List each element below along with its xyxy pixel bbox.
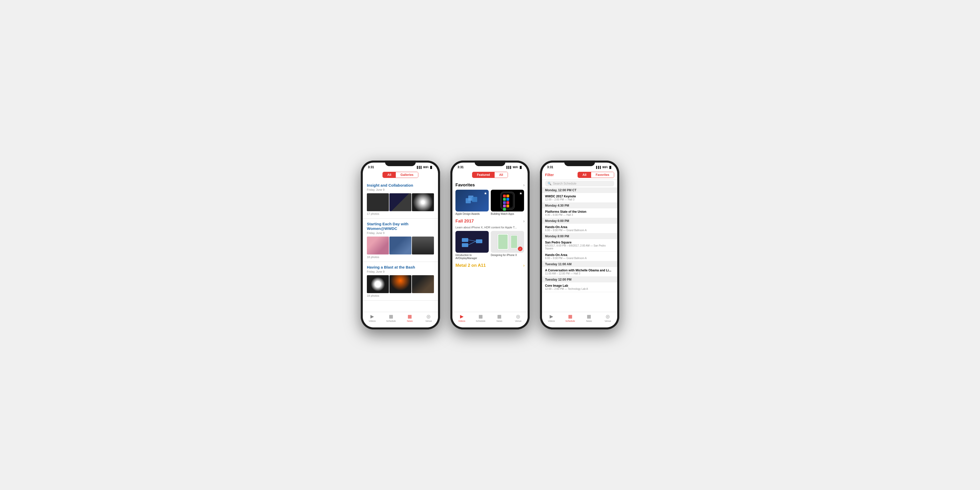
segment-galleries-btn[interactable]: Galleries xyxy=(396,172,418,178)
venue-icon-3: ◎ xyxy=(606,313,610,319)
segment-all-btn-2[interactable]: All xyxy=(495,172,508,178)
news-title-1[interactable]: Insight and Collaboration xyxy=(367,183,434,188)
segment-bar-1: All Galleries xyxy=(363,170,438,180)
wifi-icon-3: WiFi xyxy=(602,166,608,169)
status-time-3: 3:31 xyxy=(547,165,553,169)
keynote-title: WWDC 2017 Keynote xyxy=(545,194,614,198)
video-card-watch[interactable]: ★ Building Watch Apps xyxy=(491,190,524,216)
schedule-item-michelle[interactable]: A Conversation with Michelle Obama and L… xyxy=(542,267,617,277)
news-icon-2: ▦ xyxy=(497,313,501,319)
tab-venue-1[interactable]: ◎ Venue xyxy=(419,313,438,322)
tab-videos-2[interactable]: ▶ Videos xyxy=(452,313,471,322)
tab-venue-2[interactable]: ◎ Venue xyxy=(509,313,528,322)
tab-bar-3: ▶ Videos ▦ Schedule ▦ News ◎ Venue xyxy=(542,312,617,328)
news-item-2: Starting Each Day with Women@WWDC Friday… xyxy=(363,219,438,262)
schedule-section-tuesday-1100: Tuesday 11:00 AM xyxy=(542,261,617,267)
favorites-video-row: ★ Apple Design Awards xyxy=(455,190,525,216)
tab-schedule-label-2: Schedule xyxy=(476,320,485,322)
news-icon-1: ▦ xyxy=(407,313,412,319)
news-item-1: Insight and Collaboration Friday, June 9… xyxy=(363,180,438,219)
news-photos-2 xyxy=(367,237,434,255)
metal-arrow-icon[interactable]: › xyxy=(523,263,525,268)
segment-all-btn[interactable]: All xyxy=(383,172,396,178)
segment-favorites-btn[interactable]: Favorites xyxy=(591,172,614,178)
schedule-item-platforms[interactable]: Platforms State of the Union 4:30 – 6:00… xyxy=(542,208,617,218)
battery-icon-1: ▐▌ xyxy=(430,166,433,169)
tab-news-2[interactable]: ▦ News xyxy=(490,313,509,322)
collection-arrow-icon[interactable]: › xyxy=(523,219,525,223)
schedule-item-handson-2[interactable]: Hands-On Area 6:00 – 9:00 PM — Grand Bal… xyxy=(542,251,617,261)
phone-videos: 3:31 ▌▌▌ WiFi ▐▌ Featured All Favorites xyxy=(450,161,530,329)
handson1-detail: 6:00 – 9:00 PM — Grand Ballroom A xyxy=(545,229,614,232)
battery-icon-2: ▐▌ xyxy=(519,166,522,169)
status-time-1: 3:31 xyxy=(368,165,374,169)
video-card-ada[interactable]: ★ Apple Design Awards xyxy=(455,190,489,216)
segment-all-btn-3[interactable]: All xyxy=(578,172,591,178)
tab-videos-label-3: Videos xyxy=(548,320,555,322)
filter-label[interactable]: Filter xyxy=(545,173,554,177)
news-photo-2c xyxy=(412,237,434,255)
svg-line-7 xyxy=(468,241,476,245)
platforms-title: Platforms State of the Union xyxy=(545,210,614,213)
tab-news-3[interactable]: ▦ News xyxy=(580,313,598,322)
schedule-item-handson-1[interactable]: Hands-On Area 6:00 – 9:00 PM — Grand Bal… xyxy=(542,224,617,234)
tab-schedule-2[interactable]: ▦ Schedule xyxy=(471,313,490,322)
photo-count-1: 17 photos xyxy=(367,212,434,215)
schedule-section-monday-600: Monday 6:00 PM xyxy=(542,218,617,224)
handson2-detail: 6:00 – 9:00 PM — Grand Ballroom A xyxy=(545,257,614,259)
svg-rect-3 xyxy=(462,238,468,242)
news-photo-3a xyxy=(367,275,389,293)
svg-line-6 xyxy=(468,240,476,241)
tab-schedule-1[interactable]: ▦ Schedule xyxy=(382,313,401,322)
collection-title: Fall 2017 xyxy=(455,219,474,224)
metal-section: Metal 2 on A11 › xyxy=(452,261,528,269)
star-icon-ada: ★ xyxy=(484,191,487,195)
schedule-scroll[interactable]: Monday, 12:00 PM CT WWDC 2017 Keynote 12… xyxy=(542,188,617,312)
segment-featured-btn[interactable]: Featured xyxy=(473,172,495,178)
news-photo-1a xyxy=(367,193,389,211)
filter-bar: Filter All Favorites xyxy=(542,170,617,180)
tab-news-1[interactable]: ▦ News xyxy=(400,313,419,322)
svg-rect-2 xyxy=(472,197,477,202)
tab-videos-label-1: Videos xyxy=(369,320,375,322)
notch-1 xyxy=(385,161,416,166)
news-date-1: Friday, June 9 xyxy=(367,188,434,191)
schedule-item-keynote[interactable]: WWDC 2017 Keynote 12:00 – 2:00 PM — Hall… xyxy=(542,193,617,203)
segment-control-3: All Favorites xyxy=(578,172,614,178)
favorites-title: Favorites xyxy=(455,183,475,188)
favorites-header: Favorites › xyxy=(455,183,525,188)
tab-bar-2: ▶ Videos ▦ Schedule ▦ News ◎ Venue xyxy=(452,312,528,328)
tab-videos-1[interactable]: ▶ Videos xyxy=(363,313,382,322)
news-title-2[interactable]: Starting Each Day with Women@WWDC xyxy=(367,222,434,231)
segment-control-1: All Galleries xyxy=(382,172,418,178)
schedule-icon-3: ▦ xyxy=(568,313,573,319)
schedule-item-coreimage[interactable]: Core Image Lab 12:00 – 2:00 PM — Technol… xyxy=(542,282,617,292)
search-bar[interactable]: 🔍 Search Schedule xyxy=(545,181,614,186)
news-title-3[interactable]: Having a Blast at the Bash xyxy=(367,265,434,270)
check-icon-iphonex: ✓ xyxy=(518,247,522,251)
news-scroll[interactable]: Insight and Collaboration Friday, June 9… xyxy=(363,180,438,312)
status-icons-2: ▌▌▌ WiFi ▐▌ xyxy=(507,166,522,169)
video-card-avdm[interactable]: Introduction to AVDisplayManager xyxy=(455,231,489,260)
video-thumb-iphonex: ✓ xyxy=(491,231,524,253)
schedule-item-sanpedro[interactable]: San Pedro Square 6/5/2017, 8:00 PM – 6/6… xyxy=(542,239,617,251)
favorites-arrow-icon[interactable]: › xyxy=(523,183,525,188)
news-photos-3 xyxy=(367,275,434,293)
sanpedro-detail: 6/5/2017, 8:00 PM – 6/6/2017, 2:00 AM — … xyxy=(545,244,614,250)
tab-videos-3[interactable]: ▶ Videos xyxy=(542,313,561,322)
videos-scroll[interactable]: Favorites › xyxy=(452,180,528,312)
svg-rect-4 xyxy=(462,243,468,247)
video-title-ada: Apple Design Awards xyxy=(455,213,489,216)
keynote-detail: 12:00 – 2:00 PM — Hall 3 xyxy=(545,198,614,201)
tab-venue-label-3: Venue xyxy=(605,320,611,322)
metal-title[interactable]: Metal 2 on A11 xyxy=(455,263,486,268)
collection-desc: Learn about iPhone X, HDR content for Ap… xyxy=(455,226,525,229)
status-icons-1: ▌▌▌ WiFi ▐▌ xyxy=(417,166,433,169)
wifi-icon-1: WiFi xyxy=(423,166,428,169)
collection-section: Fall 2017 › Learn about iPhone X, HDR co… xyxy=(452,216,528,261)
video-title-iphonex: Designing for iPhone X xyxy=(491,254,524,257)
tab-schedule-3[interactable]: ▦ Schedule xyxy=(561,313,580,322)
video-card-iphonex[interactable]: ✓ Designing for iPhone X xyxy=(491,231,524,260)
tab-videos-label-2: Videos xyxy=(458,320,465,322)
tab-venue-3[interactable]: ◎ Venue xyxy=(598,313,617,322)
